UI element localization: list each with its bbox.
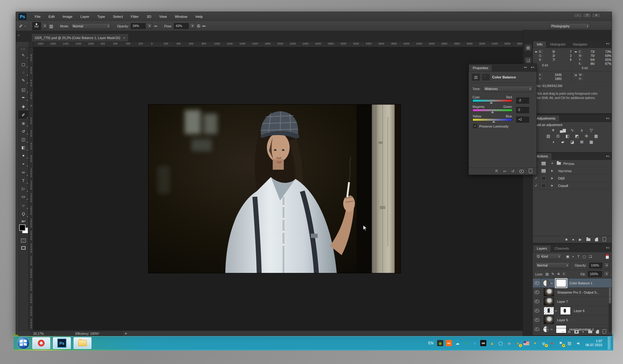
layer-row[interactable]: Sharpener Pro 3 - Output S...	[533, 288, 612, 297]
action-row[interactable]: ✓▶Частотка	[533, 167, 612, 175]
taskbar-clock[interactable]: 1:07 06.07.2015	[584, 339, 605, 347]
default-colors-icon[interactable]: ◨⇄	[21, 220, 26, 223]
move-tool[interactable]: ↖◢	[18, 51, 28, 59]
tone-select[interactable]: Midtones ▲▼	[483, 86, 533, 92]
record-icon[interactable]: ●	[572, 237, 574, 242]
tab-channels[interactable]: Channels	[551, 245, 573, 252]
nvidia-tray-icon[interactable]: ◉	[437, 340, 443, 346]
action-row[interactable]: ✓▼Ретушь	[533, 160, 612, 167]
panel-menu-icon[interactable]: ▾≡	[606, 155, 610, 158]
delete-action-icon[interactable]	[603, 238, 606, 241]
layer-row[interactable]: ∞Color Balance 1	[533, 279, 612, 288]
curves-icon[interactable]: ∿	[569, 128, 575, 133]
minimize-button[interactable]: –	[573, 13, 582, 18]
action-dialog-toggle[interactable]	[540, 160, 548, 167]
flow-arrow-icon[interactable]: ▼	[191, 23, 195, 29]
new-adjustment-icon[interactable]: ◐	[582, 330, 585, 334]
slider-value-field[interactable]: 0	[516, 107, 529, 113]
slider-value-field[interactable]: +2	[516, 117, 529, 123]
reset-icon[interactable]: ↺	[511, 169, 514, 173]
tool-preset-arrow-icon[interactable]: ▾	[25, 25, 26, 27]
lasso-tool[interactable]: ◌◢	[18, 68, 28, 76]
pressure-size-icon[interactable]: ✏	[202, 24, 206, 29]
mi-tray-icon[interactable]: mi	[446, 340, 452, 346]
layer-row[interactable]: Layer 5	[533, 315, 612, 325]
hand-tool[interactable]: ☞◢	[18, 202, 28, 210]
brightness-contrast-icon[interactable]: ☀	[550, 128, 556, 133]
exposure-icon[interactable]: ±	[579, 128, 585, 133]
pen-tool[interactable]: ✑◢	[18, 168, 28, 176]
lock-paint-icon[interactable]: ✎	[552, 272, 554, 276]
blur-tool[interactable]: ●◢	[18, 151, 28, 159]
slider-thumb[interactable]	[492, 121, 495, 123]
tab-layers[interactable]: Layers	[533, 245, 551, 252]
slider-track[interactable]	[472, 109, 512, 112]
taskbar-opera-button[interactable]	[32, 337, 50, 349]
screen-mode-button[interactable]	[18, 244, 28, 251]
menu-select[interactable]: Select	[109, 12, 127, 21]
action-dialog-toggle[interactable]	[540, 175, 548, 182]
tool-presets-panel-icon[interactable]: ▤	[525, 44, 532, 51]
status-menu-arrow-icon[interactable]: ▶	[125, 332, 127, 335]
taskbar-photoshop-button[interactable]: Ps	[53, 337, 71, 349]
menu-image[interactable]: Image	[58, 12, 76, 21]
menu-filter[interactable]: Filter	[127, 12, 143, 21]
volume-tray-icon[interactable]: ◀)	[575, 340, 581, 346]
tab-info[interactable]: Info	[533, 41, 546, 48]
action-expand-icon[interactable]: ▶	[548, 169, 557, 172]
cloud-sync-tray-icon[interactable]: ☁	[454, 340, 460, 346]
layer-thumbnail[interactable]	[544, 298, 554, 306]
collapse-panel-icon[interactable]: ▸▸	[524, 66, 527, 69]
layer-visibility-toggle[interactable]	[533, 288, 541, 297]
new-action-icon[interactable]	[595, 238, 598, 241]
panel-menu-icon[interactable]: ▾≡	[606, 117, 610, 120]
preserve-luminosity-checkbox[interactable]: ✓	[473, 124, 477, 128]
canvas-area[interactable]	[33, 47, 523, 336]
opacity-field[interactable]: 34%	[131, 23, 146, 29]
eyedropper-tool[interactable]: ✒◢	[18, 93, 28, 101]
delete-layer-icon[interactable]	[603, 330, 606, 334]
color-balance-icon[interactable]: ⚖	[555, 134, 561, 138]
shape-tool[interactable]: ▭◢	[18, 192, 28, 200]
clone-stamp-tool[interactable]: ⊕◢	[18, 119, 28, 127]
filter-kind-select[interactable]: Ϙ Kind ▲▼	[535, 253, 562, 259]
layer-row[interactable]: ∞Layer 6	[533, 306, 612, 315]
action-expand-icon[interactable]: ▶	[548, 184, 557, 187]
previous-state-icon[interactable]: ↩	[503, 169, 506, 173]
layer-thumbnail[interactable]	[544, 288, 554, 296]
path-selection-tool[interactable]: ▷◢	[18, 184, 28, 192]
pressure-opacity-icon[interactable]: ✑	[154, 24, 158, 29]
fill-field[interactable]: 100%	[588, 271, 602, 277]
action-row[interactable]: ✓▶D&B	[533, 175, 612, 182]
menu-file[interactable]: File	[31, 12, 45, 21]
slider-track[interactable]	[472, 99, 512, 102]
panel-menu-icon[interactable]: ▾≡	[531, 66, 535, 69]
taskbar-explorer-button[interactable]	[74, 337, 91, 349]
history-brush-tool[interactable]: ↺◢	[18, 127, 28, 135]
language-indicator[interactable]: EN	[428, 341, 433, 345]
zoom-tool[interactable]: Ϙ◢	[18, 210, 28, 218]
filter-toggle[interactable]	[605, 254, 609, 259]
panel-menu-icon[interactable]: ▾≡	[606, 42, 610, 45]
filter-type-icon[interactable]: T	[577, 255, 580, 259]
stop-icon[interactable]: ■	[565, 237, 567, 242]
usb-tray-icon[interactable]: ψ✔	[541, 340, 547, 346]
filter-image-icon[interactable]: ▣	[566, 255, 569, 259]
layer-mask-thumbnail[interactable]	[556, 279, 566, 287]
brush-tool[interactable]: ✐◢	[18, 111, 28, 119]
eyedropper-cmyk-icon[interactable]: ✒	[574, 50, 577, 66]
clip-to-layer-icon[interactable]: ⇱	[495, 169, 498, 173]
toolbar-grip[interactable]	[21, 48, 26, 50]
lock-transparency-icon[interactable]: ▨	[545, 272, 549, 276]
new-set-icon[interactable]	[586, 238, 590, 241]
tab-close-icon[interactable]: ×	[123, 36, 125, 40]
show-desktop-button[interactable]	[608, 337, 611, 350]
action-check-icon[interactable]: ✓	[533, 182, 540, 189]
action-center-tray-icon[interactable]: ⚑✕	[558, 340, 564, 346]
color-lookup-icon[interactable]: ▦	[593, 134, 599, 138]
opacity-arrow-icon[interactable]: ▼	[147, 23, 152, 29]
layer-mask-thumbnail[interactable]	[560, 307, 571, 315]
filter-adjustment-icon[interactable]: ◐	[572, 255, 574, 259]
quick-selection-tool[interactable]: ✎◢	[18, 76, 28, 84]
dodge-tool[interactable]: ◒◢	[18, 159, 28, 167]
